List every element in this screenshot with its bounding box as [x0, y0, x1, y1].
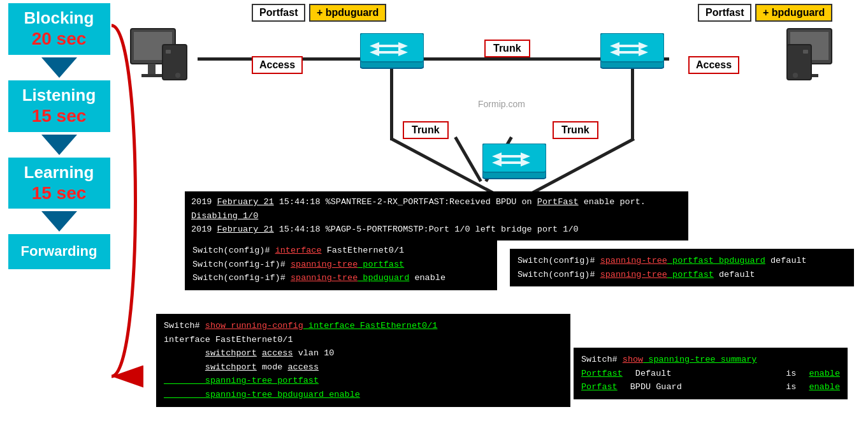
- bpduguard-label-right: + bpduguard: [755, 4, 832, 22]
- svg-rect-20: [600, 33, 664, 62]
- portfast-label-left: Portfast: [252, 4, 305, 22]
- trunk-right: Trunk: [553, 121, 598, 139]
- main-container: Blocking 20 sec Listening 15 sec Learnin…: [0, 0, 868, 444]
- trunk-top: Trunk: [484, 40, 530, 57]
- config-line1: Switch(config)# interface FastEthernet0/…: [192, 244, 489, 258]
- config-block-1: Switch(config)# interface FastEthernet0/…: [185, 239, 497, 290]
- arrow-1: [41, 57, 77, 78]
- log-block: 2019 February 21 15:44:18 %SPANTREE-2-RX…: [185, 191, 688, 241]
- config-line2: Switch(config-if)# spanning-tree portfas…: [192, 258, 489, 272]
- log-line2: 2019 February 21 15:44:18 %PAGP-5-PORTFR…: [191, 223, 682, 237]
- left-computer: [127, 26, 191, 105]
- summary-row2: Porfast BPDU Guard is enable: [581, 380, 840, 394]
- left-switch: [360, 33, 424, 77]
- config-line3: Switch(config-if)# spanning-tree bpdugua…: [192, 271, 489, 285]
- forwarding-state: Forwarding: [8, 234, 110, 269]
- global-config-line2: Switch(config)# spanning-tree portfast d…: [517, 268, 846, 282]
- running-config-cmd: Switch# show running-config interface Fa…: [164, 319, 563, 333]
- svg-rect-3: [148, 64, 156, 75]
- right-switch: [600, 33, 664, 77]
- running-config-line5: spanning-tree bpduguard enable: [164, 388, 563, 402]
- arrow-2: [41, 135, 77, 155]
- summary-block: Switch# show spanning-tree summary Portf…: [574, 348, 848, 399]
- portfast-label-right: Portfast: [698, 4, 751, 22]
- trunk-left: Trunk: [403, 121, 449, 139]
- svg-point-14: [793, 73, 798, 78]
- access-label-left: Access: [252, 56, 303, 74]
- global-config-line1: Switch(config)# spanning-tree portfast b…: [517, 254, 846, 268]
- summary-row1: Portfast Default is enable: [581, 367, 840, 381]
- running-config-block: Switch# show running-config interface Fa…: [156, 314, 570, 407]
- svg-rect-6: [166, 50, 171, 54]
- svg-point-7: [175, 73, 180, 78]
- watermark: Formip.com: [478, 99, 525, 109]
- svg-rect-4: [141, 74, 162, 77]
- running-config-line1: interface FastEthernet0/1: [164, 333, 563, 347]
- svg-rect-13: [803, 50, 808, 54]
- access-label-right: Access: [688, 56, 739, 74]
- svg-rect-16: [360, 33, 424, 62]
- log-line1: 2019 February 21 15:44:18 %SPANTREE-2-RX…: [191, 195, 682, 223]
- listening-state: Listening 15 sec: [8, 80, 110, 132]
- right-computer: [784, 26, 848, 105]
- config-block-2: Switch(config)# spanning-tree portfast b…: [510, 249, 854, 286]
- running-config-line3: switchport mode access: [164, 360, 563, 374]
- running-config-line2: switchport access vlan 10: [164, 346, 563, 360]
- svg-rect-24: [482, 144, 546, 172]
- bottom-switch: [482, 144, 546, 188]
- running-config-line4: spanning-tree portfast: [164, 374, 563, 388]
- bpduguard-label-left: + bpduguard: [309, 4, 386, 22]
- arrow-3: [41, 211, 77, 232]
- blocking-state: Blocking 20 sec: [8, 3, 110, 55]
- stp-states: Blocking 20 sec Listening 15 sec Learnin…: [0, 0, 118, 444]
- learning-state: Learning 15 sec: [8, 158, 110, 209]
- summary-cmd: Switch# show spanning-tree summary: [581, 353, 840, 367]
